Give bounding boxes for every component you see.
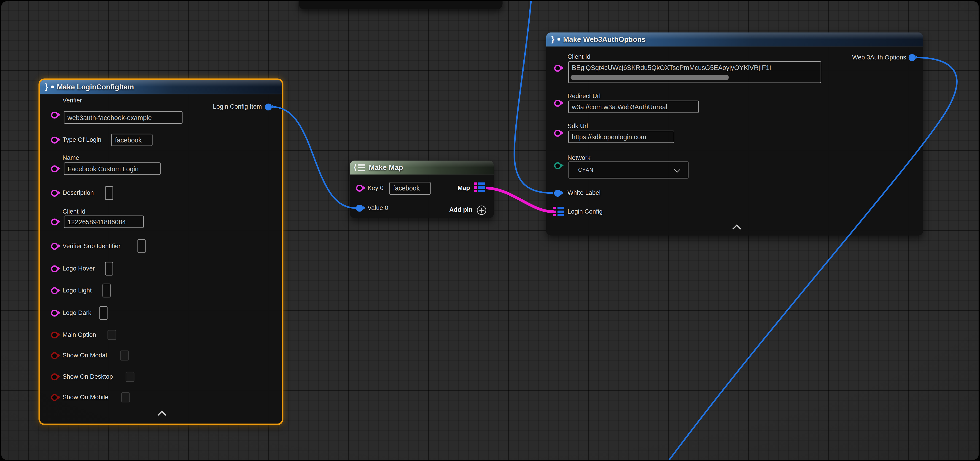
pin-label-verifier: Verifier [62,97,82,103]
pin-label-login-config-item: Login Config Item [213,104,262,110]
input-pin-white-label[interactable] [554,190,561,196]
make-container-icon [355,164,365,171]
pin-label-web3auth-options: Web 3Auth Options [852,54,906,60]
pin-label-value-0: Value 0 [368,205,388,211]
main-option-checkbox[interactable] [108,330,116,340]
input-pin-main-option[interactable] [51,332,58,338]
collapse-node-chevron-icon[interactable] [732,224,741,233]
type-of-login-input[interactable]: facebook [111,134,152,146]
input-pin-key-0[interactable] [356,185,363,191]
add-pin-icon[interactable] [477,205,486,215]
add-pin-label[interactable]: Add pin [449,207,473,213]
pin-label-key-0: Key 0 [368,185,383,191]
description-input[interactable] [105,186,113,200]
node-header[interactable]: Make Map [350,161,494,175]
network-dropdown[interactable]: CYAN [568,161,689,179]
input-pin-show-on-modal[interactable] [51,352,58,359]
name-input[interactable]: Facebook Custom Login [64,162,161,175]
input-pin-logo-light[interactable] [51,287,58,294]
graph-canvas[interactable]: Make LoginConfigItem Login Config Item V… [1,1,978,459]
pin-label-name: Name [62,155,79,161]
verifier-sub-identifier-input[interactable] [137,239,146,253]
pin-label-logo-dark: Logo Dark [62,310,91,316]
pin-label-type-of-login: Type Of Login [62,137,101,143]
pin-label-network: Network [568,155,590,161]
node-make-loginconfigitem[interactable]: Make LoginConfigItem Login Config Item V… [40,80,282,424]
pin-label-verifier-sub-identifier: Verifier Sub Identifier [62,243,121,249]
pin-label-client-id: Client Id [62,209,85,215]
node-header[interactable]: Make Web3AuthOptions [546,32,923,47]
pin-label-logo-hover: Logo Hover [62,265,95,272]
node-header[interactable]: Make LoginConfigItem [40,80,282,94]
input-pin-verifier[interactable] [51,111,58,118]
collapse-node-chevron-icon[interactable] [158,410,166,420]
output-pin-web3auth-options[interactable] [908,54,915,61]
input-pin-description[interactable] [51,190,58,196]
logo-dark-input[interactable] [99,306,108,320]
show-on-desktop-checkbox[interactable] [126,372,134,382]
pin-label-description: Description [62,190,94,196]
make-struct-icon [45,83,53,91]
logo-hover-input[interactable] [105,262,113,275]
output-pin-login-config-item[interactable] [265,103,272,110]
verifier-input[interactable]: web3auth-facebook-example [64,111,183,124]
pin-label-login-config: Login Config [568,209,603,215]
input-pin-type-of-login[interactable] [51,137,58,143]
pin-label-main-option: Main Option [62,332,96,338]
pin-label-map: Map [458,185,470,191]
wire-map-to-login-config[interactable] [487,188,554,212]
node-title: Make LoginConfigItem [57,83,134,91]
show-on-modal-checkbox[interactable] [120,351,129,361]
input-pin-verifier-sub-identifier[interactable] [51,243,58,250]
input-pin-sdk-url[interactable] [554,130,561,137]
client-id-scrollbar[interactable] [571,75,729,80]
pin-label-redirect-url: Redirect Url [568,93,600,99]
pin-label-show-on-desktop: Show On Desktop [62,374,113,380]
input-pin-show-on-mobile[interactable] [51,394,58,401]
logo-light-input[interactable] [102,283,111,297]
input-pin-client-id[interactable] [51,219,58,225]
input-pin-name[interactable] [51,165,58,172]
pin-label-sdk-url: Sdk Url [568,123,588,129]
pin-label-show-on-mobile: Show On Mobile [62,394,108,401]
pin-label-client-id: Client Id [568,54,590,60]
wire-login-config-item-to-value0[interactable] [272,107,355,208]
client-id-input[interactable]: 1222658941886084 [64,216,144,228]
input-pin-show-on-desktop[interactable] [51,374,58,380]
input-pin-network[interactable] [554,162,561,169]
pin-label-logo-light: Logo Light [62,288,92,294]
make-struct-icon [551,35,560,44]
output-pin-map[interactable] [474,183,485,192]
input-pin-client-id[interactable] [554,65,561,72]
node-make-map[interactable]: Make Map Key 0 facebook Map Value 0 Add … [350,161,494,218]
blueprint-editor: Make LoginConfigItem Login Config Item V… [0,0,980,461]
chevron-down-icon [674,167,680,173]
node-title: Make Map [369,164,403,171]
node-make-web3authoptions[interactable]: Make Web3AuthOptions Web 3Auth Options C… [546,32,923,235]
network-dropdown-value: CYAN [578,167,593,173]
sdk-url-input[interactable]: https://sdk.openlogin.com [568,130,674,143]
screenshot-stage: Make LoginConfigItem Login Config Item V… [0,0,980,461]
input-pin-redirect-url[interactable] [554,100,561,107]
input-pin-logo-hover[interactable] [51,265,58,272]
node-title: Make Web3AuthOptions [563,36,646,43]
redirect-url-input[interactable]: w3a://com.w3a.Web3AuthUnreal [568,101,698,113]
pin-label-show-on-modal: Show On Modal [62,352,107,359]
pin-label-white-label: White Label [568,190,600,196]
offscreen-node-top[interactable] [299,1,503,10]
input-pin-value-0[interactable] [356,205,363,211]
key-0-input[interactable]: facebook [389,182,431,195]
show-on-mobile-checkbox[interactable] [121,393,130,402]
input-pin-logo-dark[interactable] [51,310,58,316]
